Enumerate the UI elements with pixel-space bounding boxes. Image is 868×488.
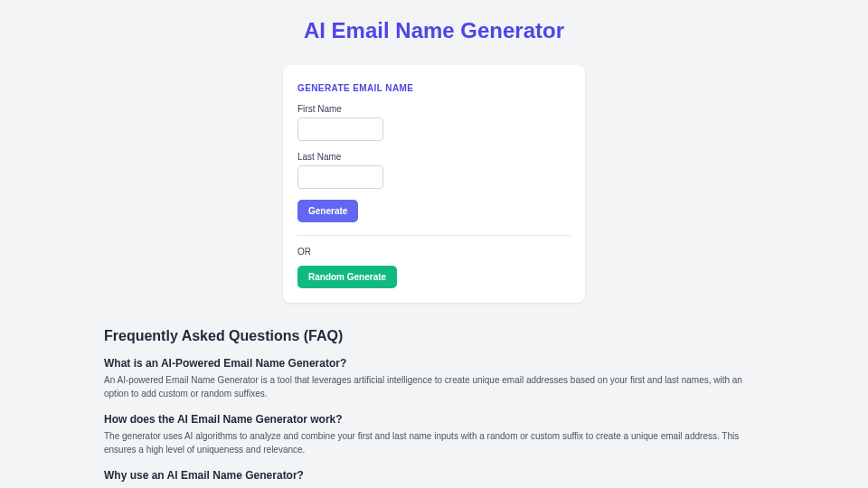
first-name-field: First Name	[297, 104, 571, 141]
faq-item: How does the AI Email Name Generator wor…	[104, 413, 764, 456]
generator-card: GENERATE EMAIL NAME First Name Last Name…	[283, 65, 585, 303]
faq-question: Why use an AI Email Name Generator?	[104, 469, 764, 482]
faq-answer: The generator uses AI algorithms to anal…	[104, 429, 764, 456]
faq-title: Frequently Asked Questions (FAQ)	[104, 328, 764, 344]
first-name-input[interactable]	[297, 117, 383, 141]
faq-question: What is an AI-Powered Email Name Generat…	[104, 357, 764, 370]
random-generate-button[interactable]: Random Generate	[297, 266, 397, 288]
first-name-label: First Name	[297, 104, 571, 114]
faq-answer: An AI-powered Email Name Generator is a …	[104, 373, 764, 400]
faq-section: Frequently Asked Questions (FAQ) What is…	[104, 328, 764, 488]
last-name-label: Last Name	[297, 152, 571, 162]
last-name-field: Last Name	[297, 152, 571, 189]
page-title: AI Email Name Generator	[104, 18, 764, 43]
faq-item: What is an AI-Powered Email Name Generat…	[104, 357, 764, 400]
faq-item: Why use an AI Email Name Generator?Using…	[104, 469, 764, 488]
card-heading: GENERATE EMAIL NAME	[297, 83, 571, 93]
faq-question: How does the AI Email Name Generator wor…	[104, 413, 764, 426]
divider	[297, 235, 571, 236]
generate-button[interactable]: Generate	[297, 200, 358, 222]
or-text: OR	[297, 247, 571, 257]
last-name-input[interactable]	[297, 165, 383, 189]
